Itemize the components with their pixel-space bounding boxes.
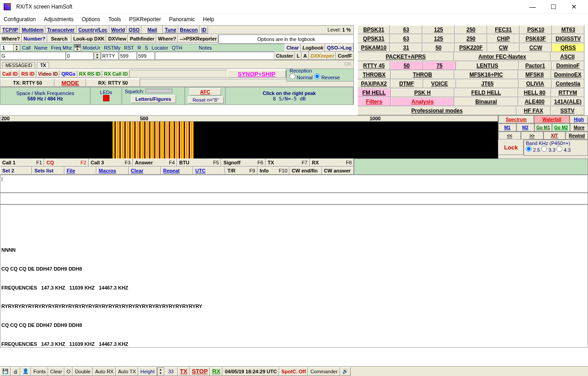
lock-button[interactable]: Lock bbox=[498, 140, 524, 155]
mode-chip[interactable]: CHIP bbox=[487, 34, 520, 43]
hdr-rst[interactable]: RST bbox=[122, 45, 136, 50]
rxrsid-button[interactable]: RX RS ID bbox=[77, 70, 103, 78]
macro-set2[interactable]: Set 2 bbox=[0, 167, 32, 175]
hdr-name[interactable]: Name bbox=[32, 45, 49, 50]
minimize-button[interactable]: — bbox=[522, 0, 543, 14]
multidem-button[interactable]: Multidem bbox=[20, 26, 45, 34]
macro-signoff[interactable]: SignoffF6 bbox=[221, 159, 265, 167]
band-33[interactable]: 3.3 bbox=[541, 147, 555, 153]
mode-throb[interactable]: THROB bbox=[391, 70, 454, 79]
mode-input[interactable] bbox=[101, 52, 119, 60]
mode-button[interactable]: MODE bbox=[54, 79, 86, 87]
mode-mfsk16pic[interactable]: MFSK16+PIC bbox=[454, 70, 518, 79]
mode-packetaprs[interactable]: PACKET+APRS bbox=[357, 52, 454, 61]
squelch-slider[interactable] bbox=[145, 89, 172, 93]
mode-analysis[interactable]: Analysis bbox=[391, 97, 454, 106]
logbook-button[interactable]: Logbook bbox=[301, 44, 325, 52]
pathfinder-button[interactable]: Pathfinder bbox=[128, 35, 156, 43]
rst-input[interactable] bbox=[137, 52, 155, 60]
menu-options[interactable]: Options bbox=[81, 16, 100, 23]
reverse-radio[interactable]: Reverse bbox=[314, 75, 340, 80]
rewind-button[interactable]: Rewind bbox=[565, 131, 588, 140]
close-button[interactable]: ✕ bbox=[564, 0, 584, 14]
where-button[interactable]: Where? bbox=[0, 35, 22, 43]
hdr-mode[interactable]: ModeUr bbox=[81, 45, 102, 50]
videoid-button[interactable]: Video ID bbox=[36, 70, 60, 78]
height-spinner[interactable]: ▲▼ bbox=[157, 367, 164, 376]
mode-dominoex[interactable]: DominoEX bbox=[551, 70, 584, 79]
mode-fec31[interactable]: FEC31 bbox=[487, 25, 520, 34]
macro-answer[interactable]: AnswerF4 bbox=[133, 159, 177, 167]
qso-button[interactable]: QSO bbox=[127, 26, 141, 34]
row-spinner[interactable]: ▲▼ bbox=[13, 44, 20, 51]
mode-pskam10[interactable]: PSKAM10 bbox=[357, 43, 390, 52]
hdr-qth[interactable]: QTH bbox=[170, 45, 197, 50]
mode-ascii[interactable]: ASCII bbox=[551, 52, 584, 61]
afc-button[interactable]: AFC bbox=[190, 88, 221, 95]
menu-panoramic[interactable]: Panoramic bbox=[169, 16, 195, 23]
callid-button[interactable]: Call ID bbox=[0, 70, 19, 78]
scroll-right-button[interactable]: >> bbox=[521, 131, 543, 140]
mode-ale400[interactable]: ALE400 bbox=[518, 97, 552, 106]
clear-log-button[interactable]: Clear bbox=[285, 44, 301, 52]
clear-button[interactable]: Clear bbox=[48, 367, 64, 376]
hdr-rstmy[interactable]: RSTMy bbox=[102, 45, 122, 50]
macro-call3[interactable]: Call 3F3 bbox=[89, 159, 133, 167]
freq-sort[interactable]: ▲▼ bbox=[74, 44, 81, 51]
mode-professionalmodes[interactable]: Professional modes bbox=[357, 106, 516, 115]
more-button[interactable]: More bbox=[570, 123, 588, 131]
double-button[interactable]: Double bbox=[72, 367, 93, 376]
menu-tools[interactable]: Tools bbox=[109, 16, 121, 23]
mode-throbx[interactable]: THROBX bbox=[357, 70, 391, 79]
mode-psk10[interactable]: PSK10 bbox=[520, 25, 552, 34]
mode-feldhell[interactable]: FELD HELL bbox=[454, 88, 518, 97]
mode-psk63f[interactable]: PSK63F bbox=[520, 34, 552, 43]
macro-tx[interactable]: TXF7 bbox=[266, 159, 310, 167]
menu-adjustments[interactable]: Adjustments bbox=[44, 16, 73, 23]
rx-text-area[interactable]: NNNN CQ CQ CQ DE DDH47 DDH9 DDH8 FREQUEN… bbox=[0, 204, 588, 348]
maximize-button[interactable]: ☐ bbox=[543, 0, 564, 14]
mode-hffax[interactable]: HF FAX bbox=[516, 106, 550, 115]
macro-cwendfin[interactable]: CW end/fin bbox=[289, 167, 321, 175]
mode-olivia[interactable]: OLIVIA bbox=[519, 79, 552, 88]
mode-qrss[interactable]: QRSS bbox=[552, 43, 584, 52]
mode-250[interactable]: 250 bbox=[455, 25, 487, 34]
mode-rttym[interactable]: RTTYM bbox=[551, 88, 584, 97]
spectrum-tab[interactable]: Spectrum bbox=[498, 115, 534, 123]
mail-button[interactable]: Mail bbox=[141, 26, 163, 34]
notes-input[interactable] bbox=[155, 52, 274, 60]
mode-qpsk31[interactable]: QPSK31 bbox=[357, 34, 390, 43]
qso-to-log-button[interactable]: QSO->Log bbox=[325, 44, 353, 52]
gom2-button[interactable]: Go M2 bbox=[552, 123, 570, 131]
macro-btu[interactable]: BTUF5 bbox=[177, 159, 221, 167]
hdr-call[interactable]: Call bbox=[20, 45, 32, 50]
dxview-button[interactable]: DXView bbox=[106, 35, 128, 43]
mode-lentus[interactable]: LENTUS bbox=[456, 61, 519, 70]
macro-repeat[interactable]: Repeat bbox=[161, 167, 193, 175]
lookup-dxk-button[interactable]: Look-up DXK bbox=[72, 35, 107, 43]
mode-63[interactable]: 63 bbox=[390, 25, 422, 34]
scroll-left-button[interactable]: << bbox=[498, 131, 521, 140]
print-icon[interactable]: 🖨 bbox=[11, 367, 20, 376]
letters-figures-button[interactable]: Letters/Figures bbox=[131, 95, 176, 103]
mode-dominof[interactable]: DominoF bbox=[552, 61, 584, 70]
menu-help[interactable]: Help bbox=[203, 16, 214, 23]
stop-button[interactable]: STOP bbox=[190, 367, 210, 376]
tab-tx[interactable]: TX bbox=[37, 62, 49, 68]
hdr-locator[interactable]: Locator bbox=[150, 45, 170, 50]
number-button[interactable]: Number? bbox=[22, 35, 47, 43]
speaker-icon[interactable]: 🔊 bbox=[340, 367, 351, 376]
cluster-button[interactable]: Cluster bbox=[274, 52, 295, 60]
mode-63[interactable]: 63 bbox=[390, 34, 422, 43]
band-25[interactable]: 2.5 bbox=[526, 147, 540, 153]
spotc-button[interactable]: SpotC. Off bbox=[279, 367, 308, 376]
mode-cw[interactable]: CW bbox=[487, 43, 520, 52]
macro-clear[interactable]: Clear bbox=[129, 167, 161, 175]
beacon-button[interactable]: Beacon bbox=[178, 26, 200, 34]
mode-ccw[interactable]: CCW bbox=[520, 43, 552, 52]
call-input[interactable] bbox=[0, 52, 66, 60]
mode-paxpax2[interactable]: PAX/PAX2 bbox=[357, 79, 390, 88]
tcpip-button[interactable]: TCP/IP bbox=[0, 26, 20, 34]
waterfall-display[interactable] bbox=[0, 122, 498, 159]
mode-75[interactable]: 75 bbox=[423, 61, 456, 70]
